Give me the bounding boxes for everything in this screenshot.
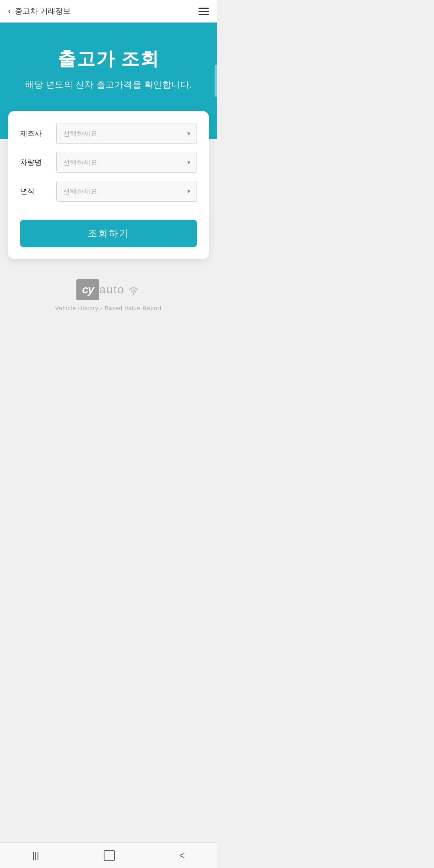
form-card: 제조사 선택하세요 차량명 선택하세요 년식 선택하세요 조회하기 [8, 111, 209, 259]
logo-cy-box: cy [76, 279, 99, 300]
year-select-wrapper: 선택하세요 [56, 181, 197, 202]
vehicle-row: 차량명 선택하세요 [20, 152, 197, 173]
menu-line-2 [199, 11, 209, 12]
vehicle-select-wrapper: 선택하세요 [56, 152, 197, 173]
logo-auto: auto [99, 283, 141, 297]
scroll-indicator [215, 65, 217, 97]
header-left: ‹ 중고차 거래정보 [8, 6, 71, 16]
menu-line-1 [199, 8, 209, 9]
manufacturer-select-wrapper: 선택하세요 [56, 123, 197, 144]
manufacturer-select[interactable]: 선택하세요 [56, 123, 197, 144]
bottom-section: cy auto Vehicle History - Based Value Re… [0, 259, 217, 408]
year-row: 년식 선택하세요 [20, 181, 197, 202]
logo-wifi-icon [126, 283, 141, 297]
form-divider [20, 210, 197, 210]
header: ‹ 중고차 거래정보 [0, 0, 217, 23]
logo-auto-text: auto [99, 283, 125, 296]
manufacturer-label: 제조사 [20, 129, 56, 138]
logo-graphic: cy auto [76, 279, 141, 300]
svg-point-0 [133, 293, 134, 295]
logo-tagline: Vehicle History - Based Value Report [55, 305, 162, 311]
hero-title: 출고가 조회 [57, 47, 160, 72]
menu-icon[interactable] [199, 8, 209, 15]
submit-button[interactable]: 조회하기 [20, 220, 197, 247]
manufacturer-row: 제조사 선택하세요 [20, 123, 197, 144]
menu-line-3 [199, 14, 209, 15]
header-title: 중고차 거래정보 [15, 6, 70, 16]
back-icon[interactable]: ‹ [8, 6, 11, 16]
vehicle-select[interactable]: 선택하세요 [56, 152, 197, 173]
year-select[interactable]: 선택하세요 [56, 181, 197, 202]
logo-cy-text: cy [82, 283, 94, 296]
year-label: 년식 [20, 186, 56, 196]
hero-subtitle: 해당 년도의 신차 출고가격을 확인합니다. [25, 79, 192, 91]
logo-container: cy auto Vehicle History - Based Value Re… [55, 279, 162, 311]
vehicle-label: 차량명 [20, 158, 56, 167]
